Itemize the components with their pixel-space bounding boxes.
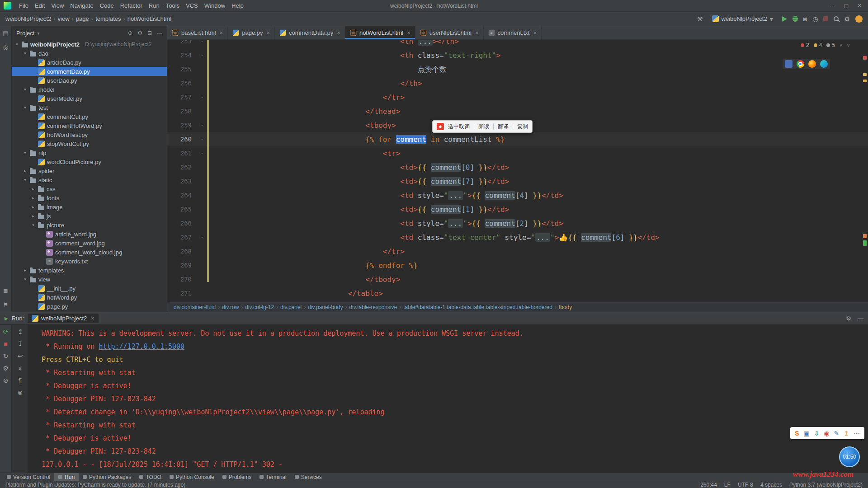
bookmark-icon[interactable]: ⚑ [3, 301, 9, 308]
locate-file-icon[interactable]: ⊙ [128, 30, 132, 36]
image-icon[interactable]: ▣ [803, 430, 809, 436]
menu-run[interactable]: Run [146, 1, 163, 10]
tree-item-commentHotWord.py[interactable]: commentHotWord.py [12, 121, 167, 130]
search-icon[interactable] [834, 16, 839, 21]
tree-item-static[interactable]: ▾static [12, 175, 167, 184]
up-stack-icon[interactable]: ↥ [18, 328, 23, 335]
console-link[interactable]: http://127.0.0.1:5000 [99, 343, 184, 351]
status-widget[interactable]: LF [724, 482, 731, 488]
code-line-256[interactable]: 256 </th> [167, 76, 868, 90]
avatar[interactable] [855, 15, 863, 23]
tab-hotWordList.html[interactable]: hotWordList.html× [345, 26, 415, 39]
inspection-count[interactable]: 5 [826, 42, 835, 48]
editor-breadcrumb-div.panel-body[interactable]: div.panel-body [308, 304, 343, 310]
code-line-264[interactable]: 264 <td style="...">{{ comment[4] }}</td… [167, 188, 868, 202]
tree-item-page.py[interactable]: page.py [12, 302, 167, 311]
tree-item-image[interactable]: ▸image [12, 202, 167, 211]
pin-icon[interactable]: ⇩ [814, 430, 820, 436]
code-line-261[interactable]: 261▾ <tr> [167, 146, 868, 160]
tree-item-hotWord.py[interactable]: hotWord.py [12, 293, 167, 302]
builtin-browser-icon[interactable] [785, 60, 793, 68]
tree-item-weiboNlpProject2[interactable]: ▾weiboNlpProject2D:\yuqing\weiboNlpProje… [12, 40, 167, 49]
code-line-270[interactable]: 270 </tbody> [167, 272, 868, 286]
menu-help[interactable]: Help [228, 1, 247, 10]
snipaste-logo-icon[interactable]: S [795, 430, 799, 436]
editor-breadcrumb-div.row[interactable]: div.row [222, 304, 239, 310]
project-panel-title[interactable]: Project [16, 30, 34, 37]
tree-item-comment_word_cloud.jpg[interactable]: comment_word_cloud.jpg [12, 248, 167, 257]
popup-item-2[interactable]: 翻译 [498, 123, 509, 131]
tab-comment.txt[interactable]: comment.txt× [484, 26, 542, 39]
popup-item-0[interactable]: 选中取词 [448, 123, 470, 131]
close-icon[interactable]: × [407, 29, 410, 36]
settings-gear-icon[interactable]: ⚙ [846, 315, 851, 322]
more-icon[interactable]: ⋯ [854, 430, 860, 436]
code-line-262[interactable]: 262 <td>{{ comment[0] }}</td> [167, 160, 868, 174]
tree-item-view[interactable]: ▾view [12, 275, 167, 284]
clear-console-icon[interactable]: ⊗ [18, 389, 23, 396]
tree-item-templates[interactable]: ▸templates [12, 266, 167, 275]
stripe-mark[interactable] [863, 56, 867, 60]
fold-marker[interactable]: ▾ [196, 230, 208, 244]
maximize-button[interactable]: ▢ [844, 3, 848, 9]
editor-breadcrumb-div.col-lg-12[interactable]: div.col-lg-12 [245, 304, 274, 310]
fold-marker[interactable]: ▾ [196, 132, 208, 146]
print-icon[interactable]: ¶ [19, 377, 22, 384]
toolwindow-button-terminal[interactable]: Terminal [255, 473, 290, 481]
tree-item-test[interactable]: ▾test [12, 103, 167, 112]
close-icon[interactable]: × [533, 29, 537, 36]
menu-code[interactable]: Code [97, 1, 117, 10]
tree-item-comment_word.jpg[interactable]: comment_word.jpg [12, 239, 167, 248]
settings-gear-icon[interactable]: ⚙ [137, 30, 142, 36]
prev-problem-icon[interactable]: ˄ [840, 42, 842, 48]
editor-breadcrumb-table#datatable-1.table-data.table.table-striped.table-bordered[interactable]: table#datatable-1.table-data.table.table… [403, 304, 552, 310]
status-widget[interactable]: 4 spaces [760, 482, 782, 488]
tab-baseList.html[interactable]: baseList.html× [167, 26, 228, 39]
toolwindow-button-todo[interactable]: TODO [135, 473, 165, 481]
stop-button[interactable] [823, 16, 828, 21]
breadcrumb-item-view[interactable]: view [58, 15, 70, 22]
menu-vcs[interactable]: VCS [183, 1, 201, 10]
breadcrumb-item-hotWordList.html[interactable]: hotWordList.html [127, 15, 171, 22]
toolwindow-button-services[interactable]: Services [291, 473, 326, 481]
breadcrumb-item-weiboNlpProject2[interactable]: weiboNlpProject2 [5, 15, 51, 22]
settings-gear-icon[interactable]: ⚙ [844, 16, 850, 22]
collapse-all-icon[interactable]: ⊟ [147, 30, 152, 36]
toolwindow-button-python-packages[interactable]: Python Packages [79, 473, 135, 481]
status-widget[interactable]: UTF-8 [738, 482, 753, 488]
down-stack-icon[interactable]: ↧ [18, 341, 23, 347]
edge-browser-icon[interactable] [820, 60, 828, 68]
breadcrumb-item-templates[interactable]: templates [95, 15, 121, 22]
close-icon[interactable]: × [220, 29, 223, 36]
tree-item-nlp[interactable]: ▾nlp [12, 148, 167, 157]
toolwindow-button-version-control[interactable]: Version Control [3, 473, 54, 481]
rerun-icon[interactable]: ⟳ [3, 328, 9, 335]
menu-tools[interactable]: Tools [163, 1, 183, 10]
status-message[interactable]: Platform and Plugin Updates: PyCharm is … [5, 482, 185, 488]
menu-edit[interactable]: Edit [32, 1, 48, 10]
tree-item-articleDao.py[interactable]: articleDao.py [12, 58, 167, 67]
close-icon[interactable]: × [337, 29, 340, 36]
code-line-271[interactable]: 271 </table> [167, 286, 868, 300]
console-output[interactable]: WARNING: This is a development server. D… [29, 325, 868, 473]
close-icon[interactable]: × [91, 315, 94, 322]
code-line-258[interactable]: 258 </thead> [167, 104, 868, 118]
menu-file[interactable]: File [16, 1, 32, 10]
close-icon[interactable]: × [475, 29, 479, 36]
hide-panel-icon[interactable]: — [157, 30, 162, 36]
record-icon[interactable]: ◉ [824, 430, 829, 436]
minimize-button[interactable]: — [830, 3, 835, 9]
code-line-254[interactable]: 254▾ <th class="text-right"> [167, 48, 868, 62]
toolwindow-button-problems[interactable]: Problems [218, 473, 256, 481]
close-button[interactable]: ✕ [858, 3, 862, 9]
tree-item-commentCut.py[interactable]: commentCut.py [12, 112, 167, 121]
stripe-mark[interactable] [863, 234, 867, 238]
code-line-265[interactable]: 265 <td>{{ comment[1] }}</td> [167, 202, 868, 216]
fold-marker[interactable]: ▾ [196, 48, 208, 62]
status-widget[interactable]: Python 3.7 (weiboNlpProject2) [789, 482, 863, 488]
menu-navigate[interactable]: Navigate [67, 1, 96, 10]
tree-item-userDao.py[interactable]: userDao.py [12, 76, 167, 85]
profiler-icon[interactable]: ◷ [812, 16, 818, 22]
run-process-tab[interactable]: weiboNlpProject2 × [28, 314, 99, 323]
editor-breadcrumb-div.container-fluid[interactable]: div.container-fluid [174, 304, 216, 310]
